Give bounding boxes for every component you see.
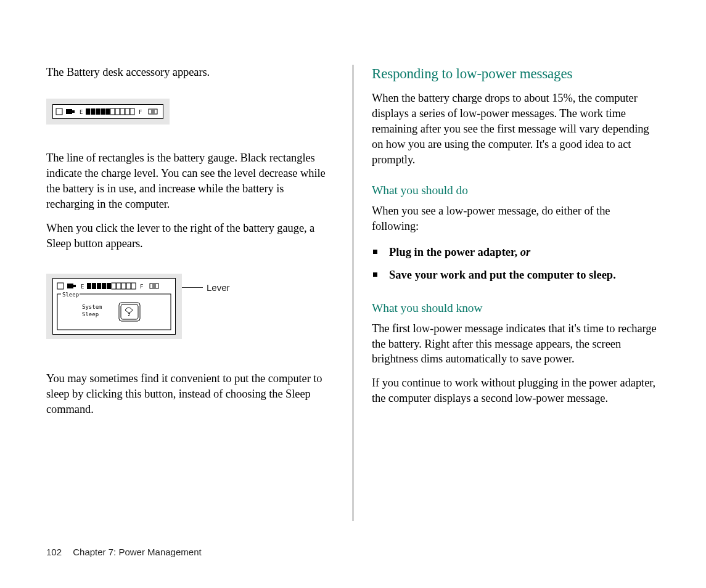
body-text: The first low-power message indicates th… xyxy=(372,321,660,367)
sub-heading: What you should do xyxy=(372,184,660,197)
right-column: Responding to low-power messages When th… xyxy=(353,65,660,521)
svg-rect-23 xyxy=(73,285,76,287)
lever-label: Lever xyxy=(207,282,230,293)
body-text: The Battery desk accessory appears. xyxy=(46,65,334,80)
body-text: You may sometimes find it convenient to … xyxy=(46,371,334,417)
body-text: The line of rectangles is the battery ga… xyxy=(46,150,334,212)
svg-text:Sleep: Sleep xyxy=(62,292,79,298)
list-item-text: Plug in the power adapter, xyxy=(389,246,517,258)
battery-sleep-icon: E F xyxy=(52,278,176,335)
svg-rect-27 xyxy=(97,283,101,289)
svg-rect-25 xyxy=(87,283,91,289)
callout-line-icon xyxy=(182,287,203,288)
body-text: If you continue to work without plugging… xyxy=(372,375,660,406)
svg-rect-9 xyxy=(105,108,110,115)
svg-rect-1 xyxy=(56,108,62,115)
svg-rect-5 xyxy=(86,108,90,115)
svg-rect-10 xyxy=(110,108,115,115)
battery-gauge-figure: E F xyxy=(46,99,170,125)
sub-heading: What you should know xyxy=(372,301,660,315)
section-heading: Responding to low-power messages xyxy=(372,65,660,83)
svg-rect-21 xyxy=(57,283,64,289)
svg-rect-6 xyxy=(91,108,95,115)
svg-text:E: E xyxy=(81,284,84,290)
svg-text:F: F xyxy=(139,109,142,115)
svg-text:E: E xyxy=(80,109,83,115)
svg-rect-8 xyxy=(101,108,105,115)
svg-text:Sleep: Sleep xyxy=(82,311,99,317)
svg-rect-12 xyxy=(120,108,125,115)
page-footer: 102 Chapter 7: Power Management xyxy=(46,547,202,557)
svg-rect-34 xyxy=(131,283,136,289)
svg-rect-30 xyxy=(112,283,116,289)
svg-rect-14 xyxy=(130,108,134,115)
svg-rect-28 xyxy=(102,283,106,289)
svg-rect-2 xyxy=(66,109,72,114)
body-text: When the battery charge drops to about 1… xyxy=(372,91,660,168)
body-text: When you see a low-power message, do eit… xyxy=(372,203,660,234)
svg-rect-7 xyxy=(96,108,100,115)
list-item: Save your work and put the computer to s… xyxy=(372,266,660,285)
page-number: 102 xyxy=(46,547,62,557)
bullet-list: Plug in the power adapter, or Save your … xyxy=(372,243,660,285)
list-item: Plug in the power adapter, or xyxy=(372,243,660,262)
chapter-title: Chapter 7: Power Management xyxy=(73,547,201,557)
battery-sleep-figure-wrap: E F xyxy=(46,274,334,339)
lever-callout: Lever xyxy=(182,282,230,293)
svg-rect-26 xyxy=(92,283,96,289)
svg-rect-13 xyxy=(125,108,129,115)
svg-text:System: System xyxy=(82,304,102,310)
svg-rect-29 xyxy=(107,283,111,289)
svg-text:z: z xyxy=(128,312,131,317)
svg-rect-22 xyxy=(67,284,73,288)
battery-sleep-figure: E F xyxy=(46,274,182,339)
svg-rect-3 xyxy=(72,110,75,113)
svg-rect-31 xyxy=(117,283,121,289)
battery-gauge-icon: E F xyxy=(52,104,163,119)
list-item-text: Save your work and put the computer to s… xyxy=(389,269,616,281)
svg-rect-11 xyxy=(115,108,120,115)
svg-text:F: F xyxy=(140,284,143,290)
left-column: The Battery desk accessory appears. E xyxy=(46,65,353,521)
svg-rect-33 xyxy=(126,283,131,289)
svg-rect-32 xyxy=(121,283,126,289)
list-item-or: or xyxy=(517,246,530,258)
body-text: When you click the lever to the right of… xyxy=(46,221,334,251)
